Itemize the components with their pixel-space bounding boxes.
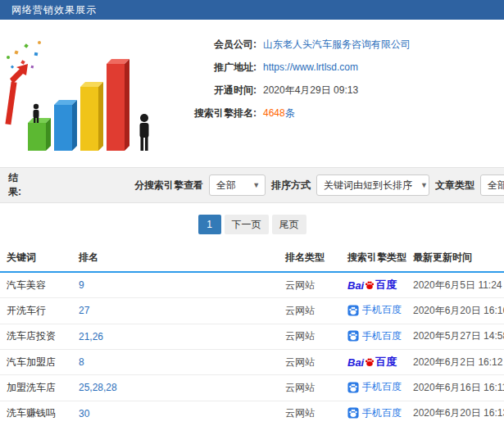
seo-rank-row: 搜索引擎排名: 4648条 bbox=[160, 102, 411, 125]
rank-link[interactable]: 9 bbox=[79, 279, 84, 291]
engine-type-cell: Bai 百度 手机百度 bbox=[341, 272, 406, 298]
updated-time-cell: 2020年6月20日 16:13 bbox=[406, 401, 504, 426]
engine-type-cell: Bai 百度 手机百度 bbox=[341, 324, 406, 350]
keyword-cell: 开洗车行 bbox=[0, 298, 72, 324]
seo-rank-label: 搜索引擎排名: bbox=[160, 106, 257, 120]
rank-link[interactable]: 30 bbox=[79, 408, 89, 419]
rank-cell: 30 bbox=[72, 401, 279, 426]
result-section-label: 结果: bbox=[8, 171, 21, 199]
member-info-list: 会员公司: 山东老人头汽车服务咨询有限公司 推广地址: https://www.… bbox=[160, 26, 411, 156]
sort-filter-value: 关键词由短到长排序 bbox=[324, 179, 412, 193]
bar-chart-illustration bbox=[0, 26, 160, 156]
mobile-baidu-badge: 手机百度 bbox=[347, 406, 402, 420]
baidu-paw-icon bbox=[365, 357, 375, 367]
rank-type-cell: 云网站 bbox=[279, 375, 341, 401]
mobile-baidu-badge: 手机百度 bbox=[347, 303, 402, 317]
member-company-label: 会员公司: bbox=[160, 38, 257, 52]
rank-cell: 21,26 bbox=[72, 324, 279, 350]
rank-type-cell: 云网站 bbox=[279, 324, 341, 350]
growth-chart-icon bbox=[0, 26, 160, 156]
table-row: 洗车店投资 21,26 云网站 Bai 百度 bbox=[0, 324, 504, 350]
table-row: 加盟洗车店 25,28,28 云网站 Bai 百度 bbox=[0, 375, 504, 401]
engine-filter-select[interactable]: 全部 ▼ bbox=[209, 174, 266, 196]
sort-filter-label: 排序方式 bbox=[271, 179, 311, 193]
rising-arrow-icon bbox=[5, 64, 28, 125]
engine-filter-label: 分搜索引擎查看 bbox=[134, 179, 203, 193]
mobile-baidu-icon bbox=[347, 407, 359, 419]
rank-type-cell: 云网站 bbox=[279, 401, 341, 426]
last-page-button[interactable]: 尾页 bbox=[272, 215, 306, 234]
mobile-baidu-icon bbox=[347, 382, 359, 393]
col-header-rank: 排名 bbox=[72, 244, 279, 272]
rank-link[interactable]: 8 bbox=[79, 356, 84, 368]
mobile-baidu-icon bbox=[347, 305, 359, 316]
rank-link[interactable]: 21,26 bbox=[79, 331, 103, 342]
col-header-rank-type: 排名类型 bbox=[279, 244, 341, 272]
rank-cell: 27 bbox=[72, 298, 279, 324]
updated-time-cell: 2020年6月5日 11:24 bbox=[406, 272, 504, 298]
open-time-label: 开通时间: bbox=[160, 84, 257, 97]
keyword-cell: 汽车美容 bbox=[0, 272, 72, 298]
updated-time-cell: 2020年6月16日 16:11 bbox=[406, 375, 504, 401]
col-header-engine-type: 搜索引擎类型 bbox=[341, 244, 406, 272]
rank-link[interactable]: 25,28,28 bbox=[79, 382, 117, 393]
pagination: 1 下一页 尾页 bbox=[0, 203, 504, 244]
member-info-section: 会员公司: 山东老人头汽车服务咨询有限公司 推广地址: https://www.… bbox=[0, 20, 504, 167]
page-title: 网络营销效果展示 bbox=[11, 4, 97, 16]
table-row: 汽车加盟店 8 云网站 Bai 百度 bbox=[0, 350, 504, 375]
sort-filter-select[interactable]: 关键词由短到长排序 ▼ bbox=[316, 174, 429, 196]
member-company-link[interactable]: 山东老人头汽车服务咨询有限公司 bbox=[263, 38, 411, 52]
updated-time-cell: 2020年6月2日 16:12 bbox=[406, 350, 504, 375]
open-time-value: 2020年4月29日 09:13 bbox=[263, 84, 358, 97]
table-row: 汽车美容 9 云网站 Bai 百度 bbox=[0, 272, 504, 298]
keyword-cell: 洗车店投资 bbox=[0, 324, 72, 350]
rank-type-cell: 云网站 bbox=[279, 298, 341, 324]
keyword-cell: 汽车加盟店 bbox=[0, 350, 72, 375]
seo-rank-count: 4648 bbox=[263, 107, 285, 119]
ranking-table: 关键词 排名 排名类型 搜索引擎类型 最新更新时间 汽车美容 9 云网站 Bai bbox=[0, 244, 504, 426]
seo-rank-unit: 条 bbox=[285, 107, 295, 119]
rank-cell: 9 bbox=[72, 272, 279, 298]
engine-filter-value: 全部 bbox=[216, 179, 236, 193]
app-header: 网络营销效果展示 bbox=[0, 0, 504, 20]
table-header-row: 关键词 排名 排名类型 搜索引擎类型 最新更新时间 bbox=[0, 244, 504, 272]
rank-type-cell: 云网站 bbox=[279, 350, 341, 375]
rank-link[interactable]: 27 bbox=[79, 305, 89, 316]
filter-bar: 结果: 分搜索引擎查看 全部 ▼ 排序方式 关键词由短到长排序 ▼ 文章类型 全… bbox=[0, 167, 504, 203]
open-time-row: 开通时间: 2020年4月29日 09:13 bbox=[160, 79, 411, 102]
engine-type-cell: Bai 百度 手机百度 bbox=[341, 375, 406, 401]
engine-type-cell: Bai 百度 手机百度 bbox=[341, 401, 406, 426]
engine-type-cell: Bai 百度 手机百度 bbox=[341, 298, 406, 324]
table-row: 开洗车行 27 云网站 Bai 百度 bbox=[0, 298, 504, 324]
updated-time-cell: 2020年6月20日 16:16 bbox=[406, 298, 504, 324]
article-type-filter-label: 文章类型 bbox=[435, 179, 474, 193]
mobile-baidu-badge: 手机百度 bbox=[347, 380, 402, 394]
rank-type-cell: 云网站 bbox=[279, 272, 341, 298]
baidu-paw-icon bbox=[365, 280, 375, 290]
baidu-logo: Bai 百度 bbox=[347, 355, 397, 369]
large-person-icon bbox=[140, 114, 149, 151]
keyword-cell: 加盟洗车店 bbox=[0, 375, 72, 401]
baidu-logo: Bai 百度 bbox=[347, 278, 397, 292]
promo-url-label: 推广地址: bbox=[160, 61, 257, 75]
promo-url-link[interactable]: https://www.lrtlsd.com bbox=[263, 61, 358, 73]
page-1-button[interactable]: 1 bbox=[198, 215, 221, 234]
member-company-row: 会员公司: 山东老人头汽车服务咨询有限公司 bbox=[160, 33, 411, 56]
rank-cell: 25,28,28 bbox=[72, 375, 279, 401]
chevron-down-icon: ▼ bbox=[420, 181, 428, 189]
updated-time-cell: 2020年5月27日 14:58 bbox=[406, 324, 504, 350]
rank-cell: 8 bbox=[72, 350, 279, 375]
article-type-filter-select[interactable]: 全部 ▼ bbox=[480, 174, 504, 196]
article-type-filter-value: 全部 bbox=[488, 179, 504, 193]
table-row: 洗车赚钱吗 30 云网站 Bai 百度 bbox=[0, 401, 504, 426]
col-header-updated: 最新更新时间 bbox=[406, 244, 504, 272]
promo-url-row: 推广地址: https://www.lrtlsd.com bbox=[160, 56, 411, 79]
keyword-cell: 洗车赚钱吗 bbox=[0, 401, 72, 426]
filter-controls: 分搜索引擎查看 全部 ▼ 排序方式 关键词由短到长排序 ▼ 文章类型 全部 ▼ … bbox=[134, 174, 504, 196]
mobile-baidu-badge: 手机百度 bbox=[347, 329, 402, 343]
engine-type-cell: Bai 百度 手机百度 bbox=[341, 350, 406, 375]
next-page-button[interactable]: 下一页 bbox=[225, 215, 269, 234]
mobile-baidu-icon bbox=[347, 330, 359, 342]
seo-rank-value: 4648条 bbox=[263, 106, 295, 120]
col-header-keyword: 关键词 bbox=[0, 244, 72, 272]
